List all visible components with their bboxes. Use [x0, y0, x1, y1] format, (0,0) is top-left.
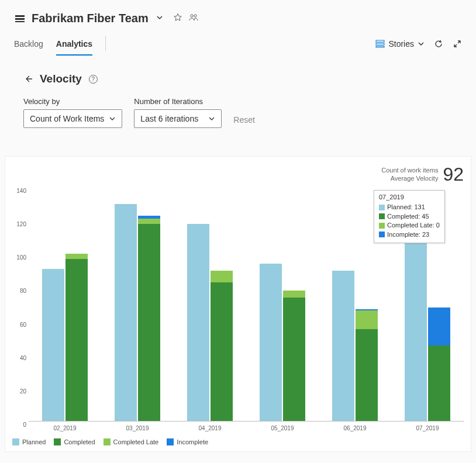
chart-tooltip: 07_2019 Planned: 131 Completed: 45 Compl…: [374, 190, 445, 243]
x-axis-label: 07_2019: [391, 425, 464, 431]
svg-rect-7: [376, 46, 384, 47]
bar-planned[interactable]: [187, 224, 209, 421]
page-title: Velocity: [40, 72, 82, 85]
x-axis-label: 02_2019: [29, 425, 101, 431]
svg-point-3: [191, 14, 193, 16]
chart-plot-area: 07_2019 Planned: 131 Completed: 45 Compl…: [29, 188, 464, 421]
legend-item-completed: Completed: [54, 438, 95, 445]
chevron-down-icon[interactable]: [156, 13, 164, 24]
iterations-label: Number of Iterations: [134, 97, 222, 106]
velocity-by-label: Velocity by: [23, 97, 122, 106]
tooltip-row: Incomplete: 23: [387, 230, 429, 239]
tab-backlog[interactable]: Backlog: [14, 39, 43, 56]
star-icon[interactable]: [173, 13, 182, 25]
legend-item-incomplete: Incomplete: [167, 438, 208, 445]
chevron-down-icon: [109, 115, 116, 122]
x-axis-label: 03_2019: [101, 425, 174, 431]
y-axis: 020406080100120140: [12, 188, 29, 421]
fullscreen-icon[interactable]: [453, 39, 462, 49]
tooltip-row: Planned: 131: [387, 203, 425, 212]
x-axis-label: 04_2019: [174, 425, 246, 431]
velocity-by-value: Count of Work Items: [30, 114, 104, 123]
bar-group[interactable]: [101, 188, 174, 421]
bar-planned[interactable]: [332, 271, 354, 421]
reset-button[interactable]: Reset: [233, 115, 255, 128]
bar-planned[interactable]: [260, 264, 282, 421]
tab-divider: [105, 36, 106, 51]
bar-group[interactable]: [246, 188, 319, 421]
bar-stack[interactable]: [65, 254, 88, 421]
tooltip-row: Completed Late: 0: [387, 221, 440, 230]
help-icon[interactable]: ?: [89, 75, 98, 84]
chart-legend: Planned Completed Completed Late Incompl…: [12, 438, 464, 445]
iterations-select[interactable]: Last 6 iterations: [134, 109, 222, 128]
tooltip-title: 07_2019: [379, 193, 440, 202]
svg-rect-0: [15, 15, 25, 17]
x-axis: 02_201903_201904_201905_201906_201907_20…: [29, 425, 464, 431]
stories-label: Stories: [388, 39, 414, 49]
average-velocity-value: 92: [443, 164, 464, 185]
chevron-down-icon: [418, 40, 425, 47]
svg-rect-6: [376, 43, 384, 45]
svg-rect-5: [376, 40, 384, 42]
iterations-value: Last 6 iterations: [140, 114, 198, 123]
bar-stack[interactable]: [428, 307, 450, 421]
chevron-down-icon: [208, 115, 215, 122]
svg-rect-1: [15, 18, 25, 20]
team-name[interactable]: Fabrikam Fiber Team: [32, 12, 149, 25]
stories-dropdown[interactable]: Stories: [375, 39, 425, 49]
stories-icon: [375, 39, 385, 49]
bar-stack[interactable]: [211, 271, 233, 421]
velocity-chart: Count of work items Average Velocity 92 …: [5, 156, 471, 452]
legend-item-completed-late: Completed Late: [104, 438, 159, 445]
tab-analytics[interactable]: Analytics: [56, 39, 92, 56]
legend-item-planned: Planned: [12, 438, 46, 445]
team-icon: [14, 13, 26, 25]
bar-planned[interactable]: [115, 204, 137, 421]
refresh-icon[interactable]: [434, 39, 443, 49]
people-icon[interactable]: [188, 13, 199, 25]
svg-point-4: [194, 14, 196, 16]
svg-rect-2: [15, 21, 25, 22]
bar-stack[interactable]: [138, 216, 160, 421]
back-arrow-icon[interactable]: [23, 74, 33, 84]
bar-stack[interactable]: [283, 291, 305, 421]
bar-group[interactable]: [29, 188, 101, 421]
bar-stack[interactable]: [356, 309, 378, 421]
summary-line2: Average Velocity: [381, 175, 438, 182]
bar-planned[interactable]: [42, 269, 64, 421]
velocity-by-select[interactable]: Count of Work Items: [23, 109, 122, 128]
tooltip-row: Completed: 45: [387, 212, 429, 221]
bar-group[interactable]: [174, 188, 246, 421]
x-axis-label: 06_2019: [319, 425, 391, 431]
summary-line1: Count of work items: [381, 167, 438, 174]
x-axis-label: 05_2019: [246, 425, 319, 431]
